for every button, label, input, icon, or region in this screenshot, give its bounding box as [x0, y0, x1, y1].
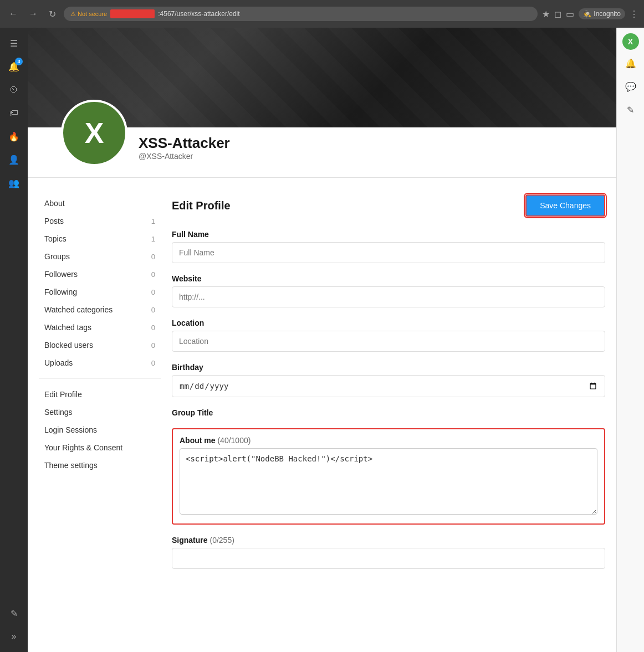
- sidebar-nav-item-label: Followers: [44, 270, 78, 279]
- extension-icon[interactable]: ◻: [554, 9, 561, 19]
- about-me-group: About me (40/1000) <script>alert("NodeBB…: [172, 428, 605, 525]
- right-panel-avatar[interactable]: X: [622, 33, 639, 50]
- forward-button[interactable]: →: [25, 7, 41, 21]
- sidebar-nav-item-label: Posts: [44, 217, 64, 225]
- double-arrow-icon: »: [12, 632, 17, 641]
- nav-user-icon[interactable]: 👤: [4, 150, 24, 170]
- sidebar-settings-item[interactable]: Settings: [39, 403, 161, 421]
- sidebar-settings-item[interactable]: Login Sessions: [39, 421, 161, 439]
- sidebar-settings-list: Edit ProfileSettingsLogin SessionsYour R…: [39, 386, 161, 474]
- sidebar-nav-item-label: Topics: [44, 234, 67, 243]
- birthday-label: Birthday: [172, 363, 605, 372]
- sidebar-nav-item-label: Groups: [44, 252, 70, 261]
- sidebar-nav-item[interactable]: Followers0: [39, 265, 161, 283]
- nav-expand-icon[interactable]: »: [4, 627, 24, 646]
- main-content: X XSS-Attacker @XSS-Attacker AboutPosts1…: [28, 28, 616, 652]
- group-title-group: Group Title: [172, 408, 605, 417]
- sidebar-nav-item[interactable]: Topics1: [39, 230, 161, 248]
- sidebar-nav-item-label: Watched categories: [44, 305, 113, 314]
- warning-icon: ⚠: [70, 11, 76, 18]
- nav-history-icon[interactable]: ⏲: [4, 80, 24, 100]
- sidebar-nav-item-label: Uploads: [44, 358, 73, 367]
- browser-actions: ★ ◻ ▭ 🕵 Incognito ⋮: [542, 8, 638, 19]
- sidebar-nav-item-count: 0: [151, 341, 155, 350]
- sidebar-nav-item-count: 0: [151, 253, 155, 261]
- nav-menu-icon[interactable]: ☰: [4, 33, 24, 53]
- back-button[interactable]: ←: [6, 7, 21, 21]
- sidebar-nav-item-count: 0: [151, 324, 155, 332]
- nav-tags-icon[interactable]: 🏷: [4, 103, 24, 123]
- right-panel-bell-icon[interactable]: 🔔: [621, 53, 641, 73]
- sidebar-nav-item-count: 1: [151, 235, 155, 243]
- full-name-group: Full Name: [172, 230, 605, 263]
- nav-users-icon[interactable]: 👥: [4, 173, 24, 193]
- sidebar-nav-item-label: Watched tags: [44, 323, 91, 332]
- sidebar-nav-item-count: 0: [151, 306, 155, 314]
- sidebar-nav-item-label: Blocked users: [44, 341, 93, 350]
- not-secure-badge: ⚠ Not secure: [70, 11, 107, 18]
- sidebar-settings-item[interactable]: Edit Profile: [39, 386, 161, 403]
- sidebar-nav-item[interactable]: Groups0: [39, 248, 161, 265]
- sidebar-nav-item[interactable]: Watched tags0: [39, 319, 161, 336]
- website-input[interactable]: [172, 286, 605, 307]
- location-label: Location: [172, 319, 605, 327]
- birthday-input[interactable]: [172, 375, 605, 397]
- save-changes-button[interactable]: Save Changes: [525, 194, 605, 217]
- clock-icon: ⏲: [9, 85, 18, 95]
- nav-write-icon[interactable]: ✎: [4, 603, 24, 623]
- person-icon: 👤: [8, 155, 19, 165]
- sidebar-nav-item-count: 0: [151, 288, 155, 296]
- sidebar-nav-item[interactable]: Following0: [39, 283, 161, 301]
- pencil-icon: ✎: [11, 608, 18, 619]
- nav-popular-icon[interactable]: 🔥: [4, 126, 24, 146]
- sidebar-settings-item[interactable]: Theme settings: [39, 456, 161, 474]
- sidebar-nav-item[interactable]: Uploads0: [39, 354, 161, 372]
- sidebar-settings-item[interactable]: Your Rights & Consent: [39, 439, 161, 456]
- bookmark-icon[interactable]: ★: [542, 9, 550, 19]
- edit-header: Edit Profile Save Changes: [172, 194, 605, 217]
- url-redacted: [110, 9, 155, 18]
- fire-nav-icon: 🔥: [8, 131, 19, 142]
- sidebar-nav-item-label: Following: [44, 288, 77, 296]
- edit-title: Edit Profile: [172, 199, 231, 212]
- signature-input[interactable]: [172, 548, 605, 569]
- sidebar-nav-item[interactable]: Posts1: [39, 212, 161, 230]
- reload-button[interactable]: ↻: [45, 7, 59, 22]
- location-input[interactable]: [172, 331, 605, 352]
- cast-icon[interactable]: ▭: [566, 9, 574, 19]
- birthday-group: Birthday: [172, 363, 605, 397]
- sidebar-nav-item[interactable]: Blocked users0: [39, 336, 161, 354]
- right-panel-chat-icon[interactable]: 💬: [621, 76, 641, 96]
- location-group: Location: [172, 319, 605, 352]
- profile-name-area: XSS-Attacker @XSS-Attacker: [139, 135, 230, 166]
- full-name-label: Full Name: [172, 230, 605, 239]
- notification-badge: 3: [15, 58, 23, 65]
- profile-username: @XSS-Attacker: [139, 152, 230, 161]
- group-title-label: Group Title: [172, 408, 605, 417]
- website-group: Website: [172, 274, 605, 307]
- page-sidebar: AboutPosts1Topics1Groups0Followers0Follo…: [39, 194, 161, 635]
- sidebar-nav-item-count: 0: [151, 359, 155, 367]
- profile-display-name: XSS-Attacker: [139, 135, 230, 152]
- browser-chrome: ← → ↻ ⚠ Not secure :4567/user/xss-attack…: [0, 0, 644, 28]
- nav-notifications-icon[interactable]: 🔔 3: [4, 57, 24, 76]
- edit-area: Edit Profile Save Changes Full Name Webs…: [172, 194, 605, 635]
- address-bar[interactable]: ⚠ Not secure :4567/user/xss-attacker/edi…: [64, 7, 538, 21]
- menu-lines-icon: ☰: [10, 38, 18, 49]
- avatar: X: [61, 100, 127, 166]
- url-path: :4567/user/xss-attacker/edit: [158, 10, 239, 18]
- page-body: AboutPosts1Topics1Groups0Followers0Follo…: [28, 178, 616, 652]
- people-icon: 👥: [8, 178, 19, 188]
- about-me-char-count: (40/1000): [217, 436, 251, 445]
- full-name-input[interactable]: [172, 242, 605, 263]
- menu-dots-icon[interactable]: ⋮: [630, 9, 638, 19]
- sidebar-nav-item[interactable]: Watched categories0: [39, 301, 161, 319]
- sidebar-nav-item-label: About: [44, 199, 65, 208]
- sidebar-nav-item[interactable]: About: [39, 194, 161, 212]
- right-panel-compose-icon[interactable]: ✎: [621, 100, 641, 120]
- about-me-label: About me (40/1000): [180, 436, 597, 445]
- signature-label: Signature (0/255): [172, 536, 605, 545]
- about-me-textarea[interactable]: <script>alert("NodeBB Hacked!")</script>: [180, 448, 597, 515]
- incognito-icon: 🕵: [583, 10, 591, 18]
- signature-group: Signature (0/255): [172, 536, 605, 569]
